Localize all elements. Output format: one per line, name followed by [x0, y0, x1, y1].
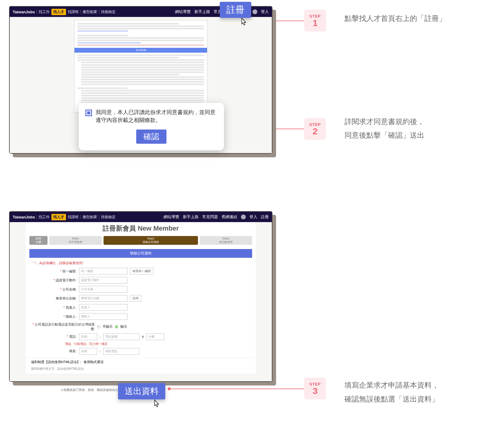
- input-tel[interactable]: 電話號碼: [103, 333, 140, 340]
- welfare-note: 限500個中英文字，請勿使用HTML語法: [26, 366, 256, 373]
- step-badge-2: STEP 2: [304, 118, 326, 140]
- nav-find-job[interactable]: 找工作: [39, 215, 50, 220]
- radio-hide[interactable]: [97, 325, 100, 328]
- welfare-template-button[interactable]: 食用制式選項: [84, 360, 104, 364]
- input-unified-no[interactable]: 統一編號: [79, 268, 127, 274]
- browser-frame-2: TaiwanJobs 找工作 找人才 找課程 微型創業 技能檢定 網站導覽 新手…: [9, 211, 272, 382]
- nav-register[interactable]: 註冊: [261, 214, 269, 220]
- nav-find-course[interactable]: 找課程: [68, 215, 79, 220]
- brand: TaiwanJobs: [13, 215, 35, 219]
- form-title: 註冊新會員 New Member: [26, 222, 256, 235]
- nav-sitemap[interactable]: 網站導覽: [163, 214, 179, 220]
- input-fax-area[interactable]: 區碼: [79, 348, 97, 355]
- label-unified-no: 統一編號:: [62, 269, 77, 273]
- step3-desc: 填寫企業求才申請基本資料， 確認無誤後點選「送出資料」: [344, 378, 495, 406]
- label-contact: 聯絡人:: [66, 315, 77, 318]
- input-fax[interactable]: 傳真電話: [103, 348, 140, 355]
- label-owner: 負責人:: [66, 306, 77, 309]
- nav-micro[interactable]: 微型創業: [83, 215, 97, 220]
- tel-warning: 電話、行動電話，至少擇一填寫: [26, 341, 256, 347]
- nav-skill[interactable]: 技能檢定: [101, 9, 116, 15]
- terms-banner: 求才同意書: [74, 48, 207, 53]
- input-unit-alias[interactable]: 事業單位別稱: [79, 295, 127, 302]
- submit-button[interactable]: 送出資料: [118, 383, 165, 399]
- unit-info-button[interactable]: 說明: [130, 295, 141, 302]
- connector-line-3: [170, 389, 304, 389]
- confirm-button[interactable]: 確認: [136, 130, 166, 144]
- step1-desc: 點擊找人才首頁右上的「註冊」: [344, 11, 495, 25]
- brand: TaiwanJobs: [13, 10, 35, 14]
- input-ext[interactable]: 分機: [146, 333, 164, 340]
- label-tel: 電話:: [69, 335, 77, 338]
- user-icon: [241, 215, 246, 219]
- nav-find-course[interactable]: 找課程: [68, 9, 79, 15]
- nav-micro[interactable]: 微型創業: [83, 9, 97, 15]
- check-unified-no-button[interactable]: 檢查統一編號: [130, 268, 153, 274]
- radio-show[interactable]: [115, 325, 118, 328]
- label-welfare: 福利制度【請勿使用HTML語法】:: [31, 360, 81, 364]
- nav-newbie[interactable]: 新手上路: [194, 9, 210, 15]
- agree-checkbox[interactable]: [85, 110, 92, 116]
- nav-faq[interactable]: 常見問題: [202, 214, 218, 220]
- agree-text: 我同意，本人已詳讀此份求才同意書規約，並同意遵守內容所載之相關條款。: [96, 108, 217, 124]
- step-badge-1: STEP 1: [304, 10, 326, 31]
- nav-skill[interactable]: 技能檢定: [101, 215, 116, 220]
- input-email[interactable]: 認證電子郵件: [79, 277, 127, 284]
- nav-newbie[interactable]: 新手上路: [183, 214, 199, 220]
- wizard-step1[interactable]: Step1求才同意書: [49, 236, 102, 245]
- label-email: 認證電子郵件:: [56, 278, 77, 282]
- register-button[interactable]: 註冊: [220, 2, 251, 18]
- nav-find-job[interactable]: 找工作: [39, 9, 50, 15]
- step-badge-3: STEP 3: [304, 378, 326, 399]
- terms-document: 求才同意書: [74, 20, 207, 113]
- input-company-name[interactable]: 公司名稱: [79, 286, 127, 293]
- user-icon: [252, 9, 257, 14]
- agree-popup: 我同意，本人已詳讀此份求才同意書規約，並同意遵守內容所載之相關條款。 確認: [79, 103, 224, 150]
- step2-desc: 詳閱求才同意書規約後， 同意後點擊「確認」送出: [344, 115, 495, 142]
- nav-sitemap[interactable]: 網站導覽: [175, 9, 191, 15]
- wizard-steps: 說明步驟 Step1求才同意書 Step2登錄公司資料 Step3會員帳號書: [26, 235, 256, 246]
- label-company-name: 公司名稱:: [62, 287, 77, 291]
- input-owner[interactable]: 負責人: [79, 304, 127, 311]
- wizard-step3[interactable]: Step3會員帳號書: [200, 236, 252, 245]
- cursor-icon: [151, 399, 162, 409]
- label-unit-alias: 事業單位別稱:: [56, 297, 77, 300]
- input-area[interactable]: 區碼: [79, 333, 97, 340]
- titlebar: TaiwanJobs 找工作 找人才 找課程 微型創業 技能檢定 網站導覽 新手…: [10, 212, 272, 222]
- section-banner: 登錄公司資料: [29, 249, 252, 258]
- nav-login[interactable]: 登入: [261, 9, 269, 15]
- input-contact[interactable]: 聯絡人: [79, 313, 127, 320]
- required-note: 「*」為必填欄位，請務必確實填寫!: [26, 258, 256, 267]
- nav-find-talent[interactable]: 找人才: [51, 9, 66, 15]
- wizard-intro: 說明步驟: [29, 236, 48, 245]
- nav-oldsite[interactable]: 舊網連結: [222, 214, 237, 220]
- label-fax: 傳真:: [69, 349, 77, 353]
- nav-login[interactable]: 登入: [249, 214, 257, 220]
- nav-find-talent[interactable]: 找人才: [51, 214, 66, 220]
- wizard-step2[interactable]: Step2登錄公司資料: [104, 236, 198, 245]
- label-show-phone: 公司電話及行動電話是否顯示於台灣就業通:: [35, 323, 95, 330]
- cursor-icon: [239, 17, 249, 27]
